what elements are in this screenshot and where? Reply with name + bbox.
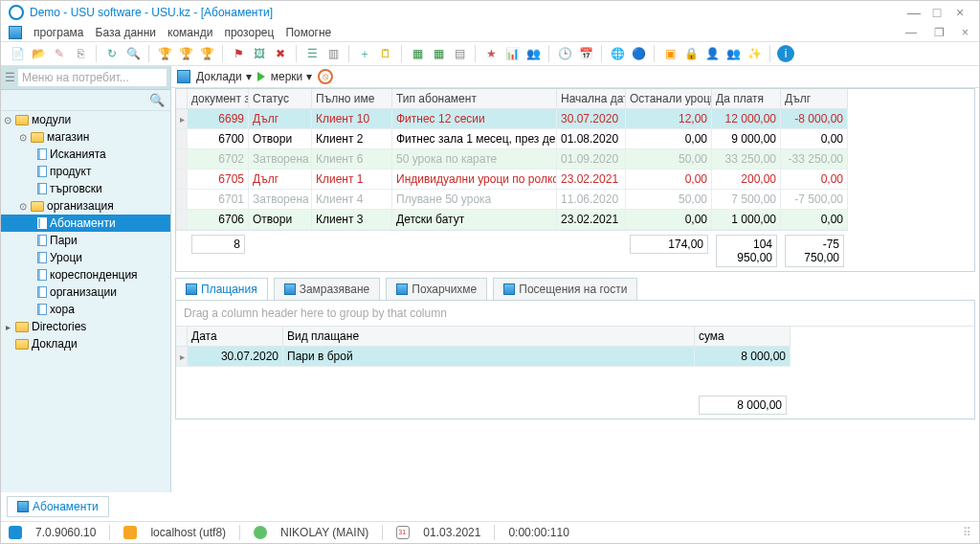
col-left[interactable]: Останали уроци: [626, 89, 712, 109]
window-title: Demo - USU software - USU.kz - [Абонамен…: [30, 6, 273, 19]
tool-colors-icon[interactable]: 🔵: [630, 45, 647, 62]
inner-close-button[interactable]: ×: [959, 26, 971, 39]
tree-reports[interactable]: Доклади: [1, 335, 170, 352]
maximize-button[interactable]: □: [925, 5, 948, 20]
tree-organizations[interactable]: организации: [1, 283, 170, 301]
menu-help[interactable]: Помогне: [285, 26, 331, 39]
tool-delete-icon[interactable]: ✖: [272, 45, 289, 62]
actions-dropdown[interactable]: мерки ▾: [271, 70, 313, 83]
tool-excel-icon[interactable]: ▦: [409, 45, 426, 62]
tab-freezing[interactable]: Замразяване: [274, 278, 381, 300]
tool-refresh-icon[interactable]: ↻: [103, 45, 121, 62]
tab-payments[interactable]: Плащания: [175, 278, 268, 300]
menu-database[interactable]: База данни: [96, 26, 157, 39]
tree-subscriptions[interactable]: Абонаменти: [1, 215, 170, 232]
col-doc[interactable]: документ з...: [188, 89, 249, 109]
tool-users-icon[interactable]: 👥: [524, 45, 542, 62]
module-icon: [9, 26, 22, 39]
grid-header: документ з... Статус Пълно име Тип абона…: [176, 89, 974, 109]
menu-commands[interactable]: команди: [167, 26, 212, 39]
table-row[interactable]: 6701ЗатворенаКлиент 4Плуване 50 урока11.…: [176, 190, 974, 210]
hamburger-icon[interactable]: ☰: [5, 71, 15, 84]
table-row[interactable]: 30.07.2020Пари в брой8 000,00: [176, 347, 974, 367]
col-type[interactable]: Тип абонамент: [392, 89, 557, 109]
col-debt[interactable]: Дълг: [781, 89, 848, 109]
status-version: 7.0.9060.10: [35, 526, 96, 539]
tree-directories[interactable]: ▸Directories: [1, 318, 170, 335]
minimize-button[interactable]: —: [902, 5, 925, 20]
tool-add-icon[interactable]: ＋: [356, 45, 373, 62]
tab-guests[interactable]: Посещения на гости: [493, 278, 637, 300]
user-menu-input[interactable]: Меню на потребит...: [18, 69, 167, 86]
inner-restore-button[interactable]: ❐: [931, 26, 947, 39]
footer-count: 8: [191, 235, 245, 254]
table-row[interactable]: 6705ДългКлиент 1Индивидуални уроци по ро…: [176, 170, 974, 190]
tree-trade[interactable]: търговски: [1, 180, 170, 197]
table-row[interactable]: 6706ОтвориКлиент 3Детски батут23.02.2021…: [176, 210, 974, 230]
tree-requests[interactable]: Исканията: [1, 146, 170, 163]
reports-dropdown[interactable]: Доклади ▾: [196, 70, 252, 83]
menu-program[interactable]: програма: [33, 26, 84, 39]
col2-sum[interactable]: сума: [695, 327, 791, 347]
tool-open-icon[interactable]: 📂: [30, 45, 47, 62]
group-hint: Drag a column header here to group by th…: [176, 301, 974, 327]
tool-star-icon[interactable]: ★: [482, 45, 500, 62]
tree-people[interactable]: хора: [1, 301, 170, 318]
tree-money[interactable]: Пари: [1, 232, 170, 249]
tool-image-icon[interactable]: 🖼: [251, 45, 268, 62]
tree-shop[interactable]: ⊙магазин: [1, 128, 170, 146]
table-row[interactable]: 6702ЗатворенаКлиент 650 урока по карате0…: [176, 149, 974, 170]
tree-organization[interactable]: ⊙организация: [1, 197, 170, 215]
col-start[interactable]: Начална дата: [557, 89, 626, 109]
tab-spent[interactable]: Похарчихме: [386, 278, 487, 300]
col-pay[interactable]: Да платя: [712, 89, 781, 109]
toolbar: 📄 📂 ✎ ⎘ ↻ 🔍 🏆 🏆 🏆 ⚑ 🖼 ✖ ☰ ▥ ＋ 🗒 ▦ ▦ ▤ ★ …: [1, 42, 979, 66]
sidebar-search-icon[interactable]: 🔍: [1, 90, 170, 111]
tool-trophy2-icon[interactable]: 🏆: [177, 45, 194, 62]
tool-tree-icon[interactable]: ☰: [303, 45, 321, 62]
tool-grid-icon[interactable]: ▤: [451, 45, 468, 62]
inner-minimize-button[interactable]: —: [902, 26, 920, 39]
tool-columns-icon[interactable]: ▥: [324, 45, 342, 62]
tool-note-icon[interactable]: 🗒: [377, 45, 394, 62]
detail-tabs: Плащания Замразяване Похарчихме Посещени…: [171, 272, 979, 300]
stop-button[interactable]: ⦸: [318, 69, 333, 84]
tree-lessons[interactable]: Уроци: [1, 249, 170, 266]
table-row[interactable]: 6700ОтвориКлиент 2Фитнес зала 1 месец, п…: [176, 129, 974, 149]
tree-modules[interactable]: ⊙модули: [1, 111, 170, 128]
tool-trophy1-icon[interactable]: 🏆: [156, 45, 173, 62]
status-user: NIKOLAY (MAIN): [280, 526, 368, 539]
col2-type[interactable]: Вид плащане: [283, 327, 695, 347]
footer-debt: -75 750,00: [785, 235, 844, 267]
col-name[interactable]: Пълно име: [312, 89, 392, 109]
menu-window[interactable]: прозорец: [224, 26, 274, 39]
tool-search-icon[interactable]: 🔍: [124, 45, 142, 62]
close-button[interactable]: ×: [948, 5, 971, 20]
content-toolbar: Доклади ▾ мерки ▾ ⦸: [171, 66, 979, 88]
tool-edit-icon[interactable]: ✎: [51, 45, 68, 62]
tool-rss-icon[interactable]: ▣: [661, 45, 679, 62]
table-row[interactable]: 6699ДългКлиент 10Фитнес 12 сесии30.07.20…: [176, 109, 974, 129]
tool-lock-icon[interactable]: 🔒: [682, 45, 700, 62]
tree-correspondence[interactable]: кореспонденция: [1, 266, 170, 283]
tool-globe-icon[interactable]: 🌐: [609, 45, 626, 62]
tool-copy-icon[interactable]: ⎘: [72, 45, 89, 62]
payments-grid: Drag a column header here to group by th…: [175, 300, 975, 419]
tool-person1-icon[interactable]: 👤: [703, 45, 721, 62]
tool-wand-icon[interactable]: ✨: [746, 45, 763, 62]
tool-calendar-icon[interactable]: 📅: [577, 45, 594, 62]
tool-clock-icon[interactable]: 🕒: [556, 45, 573, 62]
doc-tab-subscriptions[interactable]: Абонаменти: [7, 496, 109, 517]
tool-flag-icon[interactable]: ⚑: [230, 45, 247, 62]
tool-info-icon[interactable]: i: [777, 45, 794, 62]
tree-product[interactable]: продукт: [1, 163, 170, 180]
tool-trophy3-icon[interactable]: 🏆: [198, 45, 215, 62]
col2-date[interactable]: Дата: [188, 327, 283, 347]
tool-export-icon[interactable]: ▦: [430, 45, 447, 62]
status-info-icon: [9, 526, 22, 539]
resize-grip-icon[interactable]: ⠿: [963, 526, 971, 539]
tool-person2-icon[interactable]: 👥: [724, 45, 742, 62]
tool-chart-icon[interactable]: 📊: [503, 45, 521, 62]
tool-new-icon[interactable]: 📄: [9, 45, 26, 62]
col-status[interactable]: Статус: [249, 89, 312, 109]
